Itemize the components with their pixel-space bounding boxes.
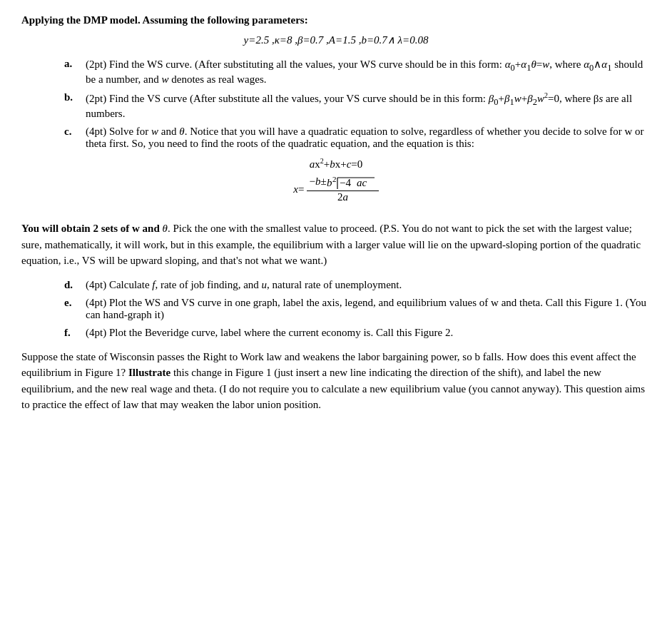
list-item-a: a. (2pt) Find the WS curve. (After subst… — [21, 58, 651, 86]
svg-text:b: b — [327, 177, 332, 188]
list-item-b: b. (2pt) Find the VS curve (After substi… — [21, 91, 651, 120]
final-paragraph: Suppose the state of Wisconsin passes th… — [21, 349, 651, 413]
svg-text:2: 2 — [332, 175, 337, 183]
list-content-c: (4pt) Solve for w and θ. Notice that you… — [86, 126, 651, 150]
list-label-b: b. — [64, 91, 83, 120]
quadratic-standard-form: ax2+bx+c=0 — [21, 157, 651, 171]
list-item-f: f. (4pt) Plot the Beveridge curve, label… — [21, 327, 651, 339]
svg-text:−4: −4 — [340, 177, 351, 188]
quadratic-solution: x= −b± b 2 −4 ac 2a — [21, 175, 651, 203]
list-label-c: c. — [64, 126, 83, 150]
list-item-d: d. (4pt) Calculate f, rate of job findin… — [21, 279, 651, 291]
list-item-e: e. (4pt) Plot the WS and VS curve in one… — [21, 297, 651, 321]
list-label-f: f. — [64, 327, 83, 339]
list-content-d: (4pt) Calculate f, rate of job finding, … — [86, 279, 651, 291]
list-content-e: (4pt) Plot the WS and VS curve in one gr… — [86, 297, 651, 321]
fraction-denominator: 2a — [335, 191, 350, 203]
list-item-c: c. (4pt) Solve for w and θ. Notice that … — [21, 126, 651, 150]
list-label-d: d. — [64, 279, 83, 291]
page-title: Applying the DMP model. Assuming the fol… — [21, 14, 651, 26]
fraction-numerator: −b± b 2 −4 ac — [307, 175, 378, 191]
list-content-b: (2pt) Find the VS curve (After substitut… — [86, 91, 651, 120]
formula-block: ax2+bx+c=0 x= −b± b 2 −4 ac 2a — [21, 157, 651, 203]
list-content-a: (2pt) Find the WS curve. (After substitu… — [86, 58, 651, 86]
paragraph-sets: You will obtain 2 sets of w and θ. Pick … — [21, 220, 651, 269]
svg-text:ac: ac — [357, 177, 367, 188]
parameters: y=2.5 ,κ=8 ,β=0.7 ,A=1.5 ,b=0.7∧ λ=0.08 — [21, 34, 651, 46]
list-content-f: (4pt) Plot the Beveridge curve, label wh… — [86, 327, 651, 339]
list-label-a: a. — [64, 58, 83, 86]
list-label-e: e. — [64, 297, 83, 321]
